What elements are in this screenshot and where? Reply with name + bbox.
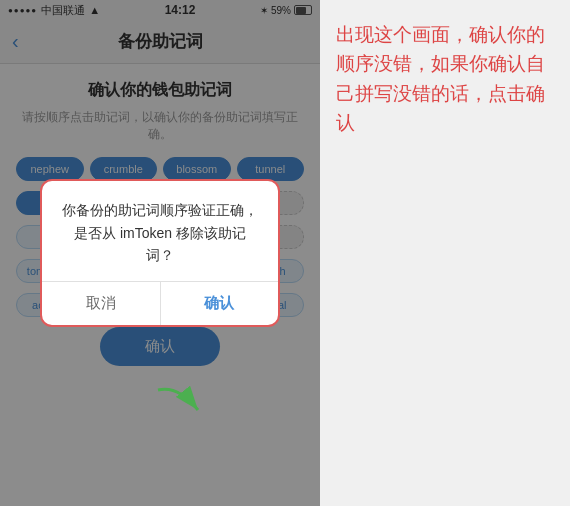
modal-overlay: 你备份的助记词顺序验证正确，是否从 imToken 移除该助记词？ 取消 确认 xyxy=(0,0,320,506)
modal-dialog: 你备份的助记词顺序验证正确，是否从 imToken 移除该助记词？ 取消 确认 xyxy=(40,179,280,326)
phone-screen: ●●●●● 中国联通 ▲ 14:12 ✶ 59% ‹ 备份助记词 确认你的钱包助… xyxy=(0,0,320,506)
annotation-text: 出现这个画面，确认你的顺序没错，如果你确认自己拼写没错的话，点击确认 xyxy=(336,20,558,138)
modal-ok-button[interactable]: 确认 xyxy=(161,282,279,325)
modal-actions: 取消 确认 xyxy=(42,282,278,325)
green-arrow-icon xyxy=(148,380,208,430)
annotation-panel: 出现这个画面，确认你的顺序没错，如果你确认自己拼写没错的话，点击确认 xyxy=(320,0,570,506)
modal-message: 你备份的助记词顺序验证正确，是否从 imToken 移除该助记词？ xyxy=(42,181,278,280)
modal-cancel-button[interactable]: 取消 xyxy=(42,282,161,325)
